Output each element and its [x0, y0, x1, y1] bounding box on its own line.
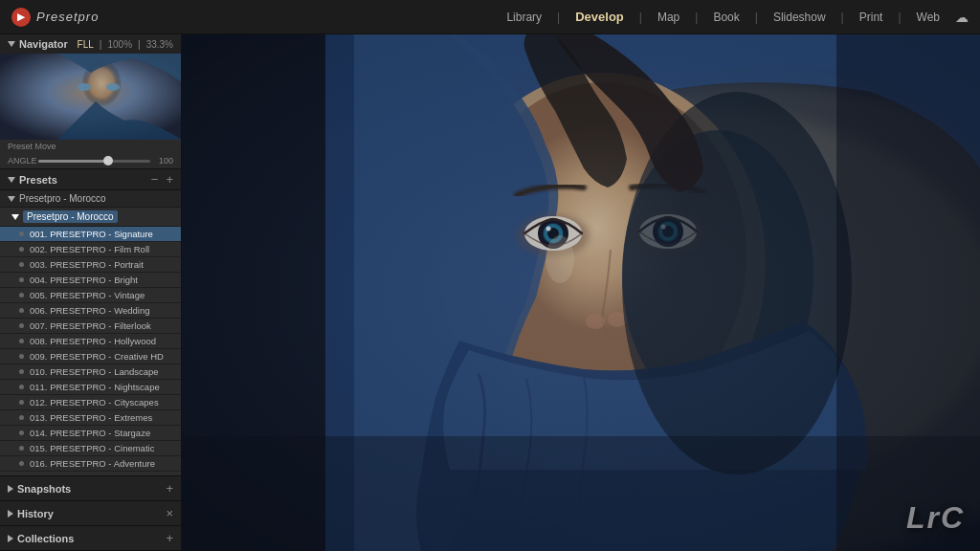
preset-item[interactable]: 001. PRESETPRO - Signature — [0, 227, 181, 242]
preset-dot — [19, 293, 24, 298]
preset-name: 007. PRESETPRO - Filterlook — [30, 320, 151, 331]
zoom-sep2: | — [138, 39, 141, 50]
logo-text: Presetpro — [36, 10, 99, 24]
snapshots-title: Snapshots — [17, 483, 71, 495]
top-bar: ▶ Presetpro Library | Develop | Map | Bo… — [0, 0, 980, 34]
preset-item[interactable]: 003. PRESETPRO - Portrait — [0, 257, 181, 273]
preset-dot — [19, 308, 24, 313]
preset-dot — [19, 415, 24, 420]
preset-item[interactable]: 010. PRESETPRO - Landscape — [0, 364, 181, 380]
main-photo: LrC — [182, 34, 980, 551]
preset-name: 001. PRESETPRO - Signature — [30, 229, 153, 239]
preset-name: 004. PRESETPRO - Bright — [30, 275, 138, 285]
preset-dot — [19, 277, 24, 282]
logo-area: ▶ Presetpro — [11, 8, 99, 27]
history-title: History — [17, 508, 54, 519]
preset-item[interactable]: 015. PRESETPRO - Cinematic — [0, 441, 181, 456]
left-panel: Navigator FLL | 100% | 33.3% — [0, 34, 182, 551]
preset-item[interactable]: 013. PRESETPRO - Extremes — [0, 410, 181, 426]
snapshots-section[interactable]: Snapshots + — [0, 476, 181, 501]
svg-point-2 — [78, 83, 91, 91]
collections-add-icon[interactable]: + — [166, 531, 173, 545]
navigator-thumb-svg — [0, 54, 181, 140]
preset-name: 015. PRESETPRO - Cinematic — [30, 443, 154, 453]
nav-web[interactable]: Web — [917, 11, 940, 24]
preset-name: 010. PRESETPRO - Landscape — [30, 366, 159, 377]
zoom-100-label[interactable]: 100% — [107, 39, 132, 50]
nav-print[interactable]: Print — [859, 11, 883, 24]
collections-title: Collections — [17, 533, 74, 544]
snapshots-toggle-icon — [8, 485, 13, 493]
preset-dot — [19, 461, 24, 466]
angle-slider-thumb — [103, 156, 113, 165]
preset-dot — [19, 446, 24, 451]
svg-rect-29 — [182, 436, 980, 551]
collections-section[interactable]: Collections + — [0, 526, 181, 551]
presets-add-btn[interactable]: + — [166, 173, 173, 186]
preset-name: 003. PRESETPRO - Portrait — [30, 259, 144, 270]
nav-library[interactable]: Library — [506, 11, 542, 24]
lrc-watermark: LrC — [906, 500, 965, 536]
preset-item[interactable]: 008. PRESETPRO - Hollywood — [0, 334, 181, 349]
history-section[interactable]: History × — [0, 501, 181, 526]
preset-name: 011. PRESETPRO - Nightscape — [30, 382, 160, 392]
nav-slideshow[interactable]: Slideshow — [773, 11, 826, 24]
cloud-icon[interactable]: ☁ — [955, 10, 969, 25]
subgroup-toggle-icon — [11, 214, 19, 220]
preset-item[interactable]: 004. PRESETPRO - Bright — [0, 273, 181, 288]
preset-subgroup-title: Presetpro - Morocco — [23, 210, 118, 223]
history-toggle-icon — [8, 510, 13, 518]
preset-item[interactable]: 005. PRESETPRO - Vintage — [0, 288, 181, 303]
presets-toggle-icon — [8, 177, 15, 183]
snapshots-add-icon[interactable]: + — [166, 481, 173, 496]
bottom-sections: Snapshots + History × Collections + — [0, 475, 181, 551]
zoom-sep: | — [100, 39, 102, 50]
angle-slider-row: ANGLE 100 — [0, 153, 181, 168]
photo-area: LrC — [182, 34, 980, 551]
preset-item[interactable]: 011. PRESETPRO - Nightscape — [0, 380, 181, 395]
preset-name: 012. PRESETPRO - Cityscapes — [30, 397, 159, 408]
presets-title: Presets — [19, 174, 57, 186]
nav-develop[interactable]: Develop — [575, 10, 624, 24]
preset-dot — [19, 430, 24, 435]
preset-subgroup-header[interactable]: Presetpro - Morocco — [0, 208, 181, 227]
angle-slider-track[interactable] — [38, 160, 150, 163]
preset-dot — [19, 231, 24, 236]
preset-dot — [19, 247, 24, 252]
preset-subgroup: Presetpro - Morocco 001. PRESETPRO - Sig… — [0, 208, 181, 475]
nav-book[interactable]: Book — [713, 11, 739, 24]
preset-name: 016. PRESETPRO - Adventure — [30, 458, 155, 469]
navigator-section: Navigator FLL | 100% | 33.3% — [0, 34, 181, 169]
preset-item[interactable]: 009. PRESETPRO - Creative HD — [0, 349, 181, 364]
preset-dot — [19, 354, 24, 359]
main-layout: Navigator FLL | 100% | 33.3% — [0, 34, 980, 551]
preset-item[interactable]: 012. PRESETPRO - Cityscapes — [0, 395, 181, 410]
preset-name: 014. PRESETPRO - Stargaze — [30, 428, 150, 438]
history-close-icon[interactable]: × — [166, 506, 173, 520]
preset-item[interactable]: 006. PRESETPRO - Wedding — [0, 303, 181, 319]
angle-slider-fill — [38, 160, 105, 163]
preset-name: 002. PRESETPRO - Film Roll — [30, 244, 149, 254]
preset-item[interactable]: 014. PRESETPRO - Stargaze — [0, 426, 181, 441]
preset-group-header[interactable]: Presetpro - Morocco — [0, 190, 181, 208]
preset-name: 013. PRESETPRO - Extremes — [30, 412, 152, 423]
presets-minus-btn[interactable]: − — [151, 173, 159, 186]
preset-mode-label: Preset Move — [0, 140, 181, 153]
preset-dot — [19, 385, 24, 389]
preset-item[interactable]: 016. PRESETPRO - Adventure — [0, 456, 181, 472]
preset-item[interactable]: 002. PRESETPRO - Film Roll — [0, 242, 181, 257]
angle-label: ANGLE — [8, 156, 34, 165]
navigator-header[interactable]: Navigator FLL | 100% | 33.3% — [0, 34, 181, 54]
portrait-svg — [182, 34, 980, 551]
preset-item[interactable]: 007. PRESETPRO - Filterlook — [0, 319, 181, 334]
preset-dot — [19, 262, 24, 267]
group-toggle-icon — [8, 196, 15, 202]
logo-icon: ▶ — [11, 8, 31, 27]
zoom-fit-label[interactable]: FLL — [78, 39, 94, 50]
navigator-thumbnail — [0, 54, 181, 140]
nav-map[interactable]: Map — [657, 11, 679, 24]
preset-dot — [19, 369, 24, 374]
presets-section: Presets − + Presetpro - Morocco Presetpr… — [0, 169, 181, 475]
navigator-thumb-image — [0, 54, 181, 140]
zoom-33-label[interactable]: 33.3% — [146, 39, 173, 50]
